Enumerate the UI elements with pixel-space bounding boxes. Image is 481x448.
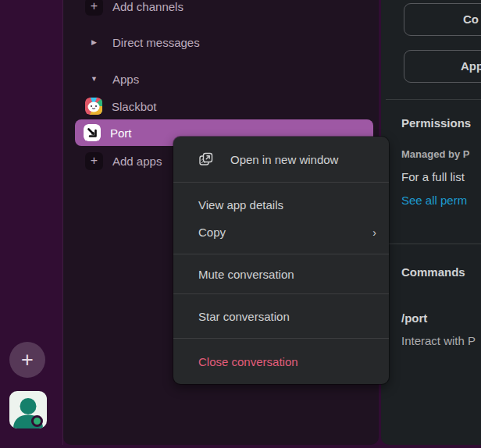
presence-active-icon [31, 415, 43, 427]
menu-item-copy[interactable]: Copy › [173, 219, 389, 246]
menu-item-close-conversation[interactable]: Close conversation [173, 347, 389, 375]
menu-item-label: Star conversation [198, 310, 290, 323]
chevron-right-icon: ▶ [85, 34, 103, 52]
panel-divider [386, 99, 481, 100]
sidebar-item-label: Add apps [112, 155, 162, 168]
chevron-down-icon: ▼ [85, 70, 103, 88]
chevron-right-icon: › [372, 226, 376, 239]
command-name: /port [401, 311, 427, 325]
menu-item-star-conversation[interactable]: Star conversation [173, 302, 389, 330]
plus-icon: + [21, 350, 34, 371]
menu-item-label: Close conversation [198, 355, 298, 368]
menu-item-label: Mute conversation [198, 268, 294, 281]
menu-item-label: Copy [198, 226, 226, 239]
new-window-icon [198, 151, 214, 167]
menu-item-label: View app details [198, 198, 283, 212]
sidebar-item-label: Direct messages [112, 36, 200, 49]
menu-item-open-in-new-window[interactable]: Open in new window [173, 145, 389, 173]
workspace-rail: + [0, 0, 62, 448]
commands-heading: Commands [401, 265, 465, 279]
panel-divider [386, 244, 481, 244]
permissions-heading: Permissions [401, 116, 471, 130]
plus-icon: + [85, 152, 103, 170]
command-description: Interact with P [401, 334, 476, 347]
menu-item-view-app-details[interactable]: View app details [173, 190, 389, 219]
permissions-full-list-text: For a full list [401, 170, 465, 183]
sidebar-section-label: Apps [112, 73, 139, 86]
sidebar-item-slackbot[interactable]: Slackbot [63, 92, 379, 120]
configure-button-label: Co [463, 12, 479, 26]
app-details-button[interactable]: App [404, 50, 481, 83]
sidebar-item-add-channels[interactable]: + Add channels [63, 0, 379, 20]
plus-icon: + [85, 0, 103, 16]
app-details-button-label: App [461, 59, 481, 73]
app-details-panel: Co App Permissions Managed by P For a fu… [381, 0, 481, 445]
permissions-managed-by: Managed by P [401, 148, 469, 160]
sidebar-section-apps[interactable]: ▼ Apps [63, 65, 379, 93]
sidebar-item-label: Add channels [112, 0, 183, 13]
configure-button[interactable]: Co [404, 3, 481, 36]
see-all-permissions-link[interactable]: See all perm [401, 194, 467, 207]
create-new-button[interactable]: + [9, 342, 45, 378]
context-menu: Open in new window View app details Copy… [173, 137, 389, 384]
sidebar-item-label: Slackbot [112, 100, 157, 113]
sidebar-item-direct-messages[interactable]: ▶ Direct messages [63, 28, 379, 56]
menu-item-label: Open in new window [230, 153, 338, 166]
slackbot-avatar-icon [85, 98, 102, 115]
sidebar-item-label: Port [110, 126, 132, 140]
port-app-avatar-icon [84, 124, 101, 141]
menu-item-mute-conversation[interactable]: Mute conversation [173, 260, 389, 288]
